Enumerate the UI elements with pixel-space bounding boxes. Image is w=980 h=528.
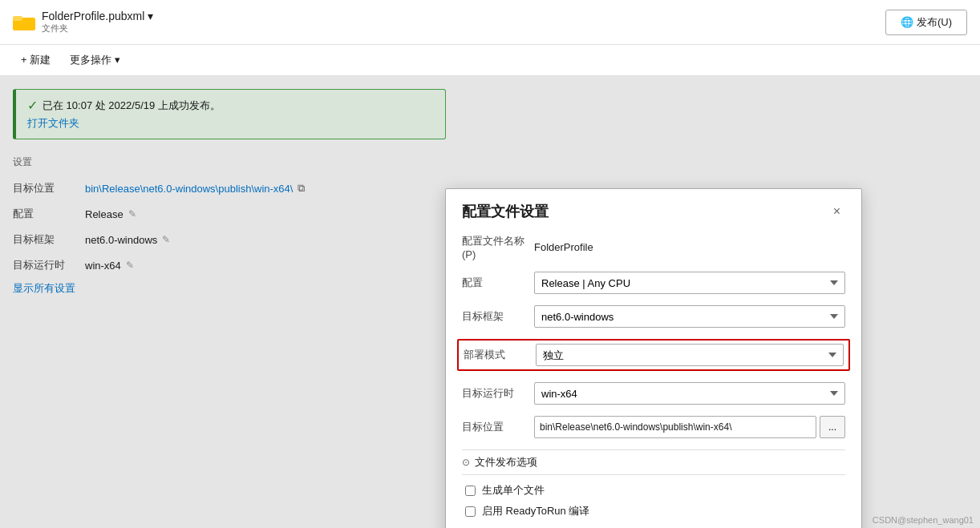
svg-rect-1 — [13, 16, 22, 21]
checkbox-row-single-file: 生成单个文件 — [465, 483, 845, 498]
publish-options-collapse-icon: ⊙ — [462, 457, 470, 468]
toolbar: + 新建 更多操作 ▾ — [0, 45, 980, 76]
filename-text: FolderProfile.pubxml — [42, 10, 144, 22]
form-row-configuration: 配置 Release | Any CPU Debug | Any CPU — [462, 272, 845, 294]
checkbox-single-file[interactable] — [465, 486, 476, 496]
form-label-configuration: 配置 — [462, 276, 534, 290]
form-label-target-framework: 目标框架 — [462, 309, 534, 324]
publish-options-section: ⊙ 文件发布选项 生成单个文件 启用 ReadyToRun 编译 — [462, 449, 845, 518]
new-button[interactable]: + 新建 — [13, 50, 59, 71]
checkbox-row-readytorun: 启用 ReadyToRun 编译 — [465, 504, 845, 518]
path-browse-button[interactable]: ... — [820, 416, 845, 438]
form-label-target-location: 目标位置 — [462, 420, 534, 434]
content-area: ✓ 已在 10:07 处 2022/5/19 上成功发布。 打开文件夹 设置 目… — [0, 76, 980, 528]
form-row-target-location: 目标位置 ... — [462, 416, 845, 438]
title-subtitle: 文件夹 — [42, 22, 153, 34]
form-row-target-runtime: 目标运行时 win-x64 win-x86 linux-x64 — [462, 382, 845, 405]
path-input[interactable] — [534, 416, 816, 438]
dialog-close-button[interactable]: × — [828, 203, 845, 220]
form-value-profile-name: FolderProfile — [534, 241, 593, 253]
dialog-profile-settings: 配置文件设置 × 配置文件名称(P) FolderProfile 配置 Rele… — [445, 188, 862, 528]
folder-icon — [13, 13, 35, 32]
form-select-target-framework[interactable]: net6.0-windows net5.0-windows netcoreapp… — [534, 305, 845, 328]
form-select-deploy-mode[interactable]: 独立 依赖框架 — [536, 344, 844, 366]
path-input-wrapper: ... — [534, 416, 845, 438]
form-row-profile-name: 配置文件名称(P) FolderProfile — [462, 234, 845, 260]
checkbox-readytorun[interactable] — [465, 506, 476, 517]
title-info: FolderProfile.pubxml ▾ 文件夹 — [42, 10, 153, 34]
form-label-target-runtime: 目标运行时 — [462, 386, 534, 401]
form-select-configuration[interactable]: Release | Any CPU Debug | Any CPU — [534, 272, 845, 294]
checkbox-label-single-file: 生成单个文件 — [482, 483, 545, 498]
more-actions-button[interactable]: 更多操作 ▾ — [62, 50, 128, 71]
dialog-title: 配置文件设置 — [462, 202, 549, 221]
title-filename[interactable]: FolderProfile.pubxml ▾ — [42, 10, 153, 22]
form-label-deploy-mode: 部署模式 — [464, 348, 536, 362]
watermark: CSDN@stephen_wang01 — [873, 515, 974, 525]
form-select-target-runtime[interactable]: win-x64 win-x86 linux-x64 — [534, 382, 845, 405]
dialog-body: 配置文件名称(P) FolderProfile 配置 Release | Any… — [446, 228, 861, 528]
publish-options-header[interactable]: ⊙ 文件发布选项 — [462, 449, 845, 475]
title-bar: FolderProfile.pubxml ▾ 文件夹 🌐 发布(U) — [0, 0, 980, 45]
form-row-deploy-mode: 部署模式 独立 依赖框架 — [457, 339, 850, 371]
publish-button[interactable]: 🌐 发布(U) — [885, 10, 967, 35]
publish-options-title: 文件发布选项 — [475, 455, 537, 470]
title-left: FolderProfile.pubxml ▾ 文件夹 — [13, 10, 153, 34]
form-row-target-framework: 目标框架 net6.0-windows net5.0-windows netco… — [462, 305, 845, 328]
dialog-header: 配置文件设置 × — [446, 189, 861, 228]
filename-dropdown-icon[interactable]: ▾ — [148, 10, 153, 22]
checkbox-label-readytorun: 启用 ReadyToRun 编译 — [482, 504, 589, 518]
main-window: FolderProfile.pubxml ▾ 文件夹 🌐 发布(U) + 新建 … — [0, 0, 980, 528]
form-label-profile-name: 配置文件名称(P) — [462, 234, 534, 260]
